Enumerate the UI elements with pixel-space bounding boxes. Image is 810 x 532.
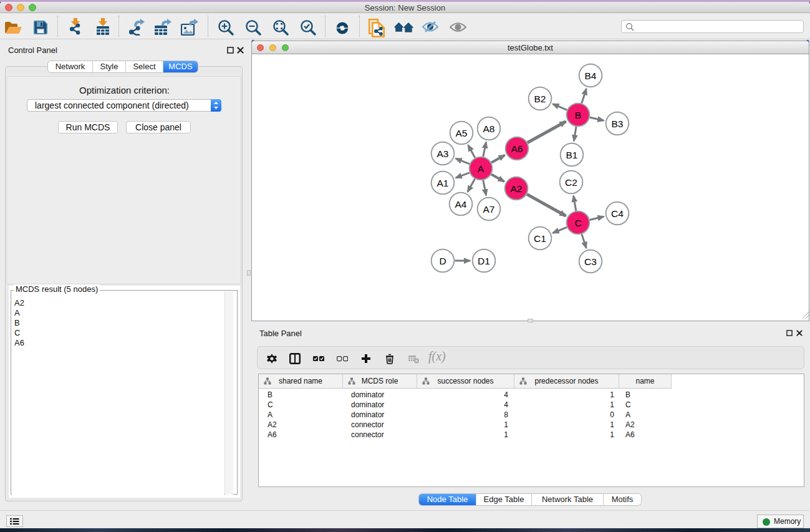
svg-text:B: B (575, 110, 581, 120)
svg-text:A3: A3 (437, 148, 449, 159)
svg-text:D: D (439, 256, 446, 266)
svg-text:C2: C2 (565, 177, 577, 188)
svg-text:A1: A1 (437, 178, 449, 188)
svg-text:B1: B1 (566, 150, 578, 160)
svg-text:C1: C1 (534, 233, 546, 244)
svg-text:B4: B4 (585, 70, 597, 81)
svg-text:A7: A7 (483, 204, 495, 215)
svg-text:B3: B3 (612, 118, 624, 129)
svg-text:C4: C4 (611, 208, 624, 219)
svg-text:C: C (574, 218, 581, 228)
svg-text:A2: A2 (511, 183, 523, 194)
svg-text:C3: C3 (584, 256, 597, 267)
svg-text:A: A (478, 163, 485, 174)
svg-text:A5: A5 (456, 128, 468, 138)
svg-text:A8: A8 (483, 123, 495, 134)
svg-text:A4: A4 (455, 199, 467, 210)
svg-text:D1: D1 (478, 256, 490, 266)
svg-text:B2: B2 (534, 94, 546, 104)
svg-text:A6: A6 (511, 143, 523, 154)
